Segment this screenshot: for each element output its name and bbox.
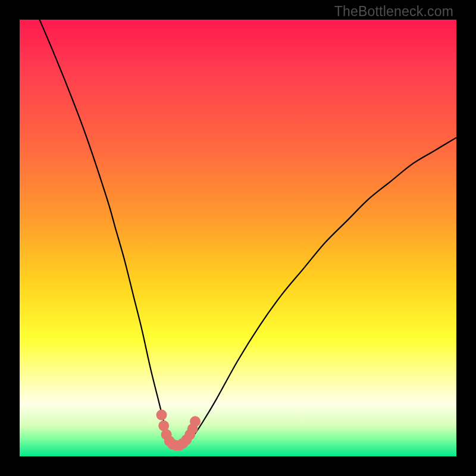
bottleneck-curve: [20, 20, 456, 448]
plot-area: [20, 20, 456, 456]
bottleneck-curve-path: [20, 20, 456, 448]
watermark-text: TheBottleneck.com: [334, 4, 453, 20]
sweet-spot-marker: [190, 416, 201, 427]
chart-frame: TheBottleneck.com: [0, 0, 476, 476]
curve-layer: [20, 20, 456, 456]
sweet-spot-markers: [156, 409, 201, 450]
sweet-spot-marker: [156, 409, 167, 420]
